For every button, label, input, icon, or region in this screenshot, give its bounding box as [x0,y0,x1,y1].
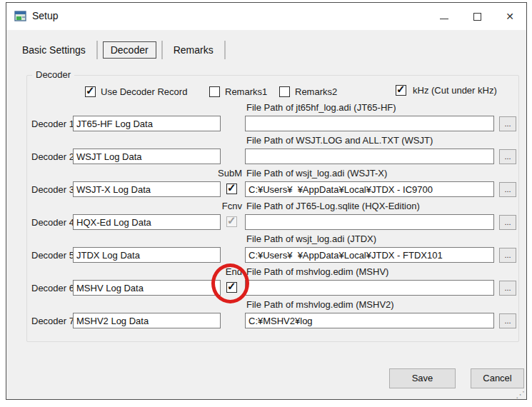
use-decoder-record-label: Use Decoder Record [101,86,187,98]
remarks1-checkbox[interactable] [209,86,220,97]
save-button[interactable]: Save [389,368,456,388]
tab-separator [96,41,98,59]
decoder1-browse-button[interactable]: ... [499,116,516,131]
khz-cut-checkbox[interactable] [396,85,406,96]
decoder2-path-input[interactable] [245,149,494,164]
minimize-icon[interactable] [428,3,461,30]
decoder3-label: Decoder 3 [31,184,76,196]
decoder1-name-input[interactable] [73,116,221,131]
fcnv-label: Fcnv [185,201,242,212]
decoder6-label: Decoder 6 [31,283,76,294]
decoder7-label: Decoder 7 [31,316,76,327]
decoder7-browse-button[interactable]: ... [499,313,516,328]
decoder6-browse-button[interactable]: ... [499,281,516,296]
tab-decoder[interactable]: Decoder [103,41,156,59]
path-label-mshv: File Path of mshvlog.edim (MSHV) [246,266,503,278]
window-controls: ✕ [428,3,526,30]
screenshot-canvas: Setup ✕ Basic Settings Decoder Remarks D… [0,0,532,407]
tab-separator [224,41,226,59]
path-label-jtdx: File Path of wsjt_log.adi (JTDX) [246,233,503,245]
use-decoder-record-checkbox[interactable] [85,86,96,97]
path-label-wsjtx: File Path of wsjt_log.adi (WSJT-X) [246,168,503,179]
decoder4-browse-button[interactable]: ... [499,215,516,230]
remarks1-label: Remarks1 [225,86,267,98]
decoder4-name-input[interactable] [73,214,221,230]
path-label-wsjt: File Path of WSJT.LOG and ALL.TXT (WSJT) [246,135,503,146]
decoder7-name-input[interactable] [73,313,221,328]
remarks2-label: Remarks2 [295,86,337,98]
subm-checkbox[interactable] [226,184,237,194]
resize-grip[interactable]: ⋰ [516,391,525,399]
decoder2-browse-button[interactable]: ... [499,149,516,164]
tab-basic-settings[interactable]: Basic Settings [16,41,91,59]
khz-cut-label: kHz (Cut under kHz) [413,85,497,96]
decoder6-path-input[interactable] [245,280,494,296]
end-label: End [185,266,242,278]
decoder3-browse-button[interactable]: ... [499,182,516,197]
decoder4-label: Decoder 4 [31,217,76,228]
tab-remarks[interactable]: Remarks [168,41,219,59]
setup-dialog: Setup ✕ Basic Settings Decoder Remarks D… [6,2,527,400]
path-label-hqx: File Path of JT65-Log.sqlite (HQX-Editio… [246,201,503,212]
end-checkbox[interactable] [226,282,237,293]
decoder5-name-input[interactable] [73,247,221,263]
maximize-icon[interactable] [461,3,493,30]
decoder5-browse-button[interactable]: ... [499,248,516,263]
remarks2-checkbox[interactable] [279,86,290,97]
title-bar[interactable]: Setup ✕ [6,3,526,30]
decoder1-label: Decoder 1 [31,119,76,130]
app-window-icon [14,10,27,23]
decoder5-path-input[interactable] [245,247,494,263]
cancel-button[interactable]: Cancel [471,368,524,388]
decoder-groupbox-title: Decoder [32,69,74,80]
fcnv-checkbox[interactable] [226,216,237,227]
decoder6-name-input[interactable] [73,280,221,296]
decoder7-path-input[interactable] [245,313,494,328]
decoder5-label: Decoder 5 [31,250,76,261]
decoder2-label: Decoder 2 [31,151,76,163]
close-icon[interactable]: ✕ [493,3,526,30]
path-label-mshv2: File Path of mshvlog.edim (MSHV2) [246,299,503,311]
tab-bar: Basic Settings Decoder Remarks [16,39,231,61]
decoder2-name-input[interactable] [73,149,221,164]
decoder4-path-input[interactable] [245,214,494,230]
decoder1-path-input[interactable] [245,116,494,131]
path-label-jt65hf: File Path of jt65hf_log.adi (JT65-HF) [246,102,503,114]
decoder3-name-input[interactable] [73,181,221,197]
window-title: Setup [32,10,59,21]
tab-separator [161,41,163,59]
decoder3-path-input[interactable] [245,181,494,197]
subm-label: SubM [185,168,242,179]
